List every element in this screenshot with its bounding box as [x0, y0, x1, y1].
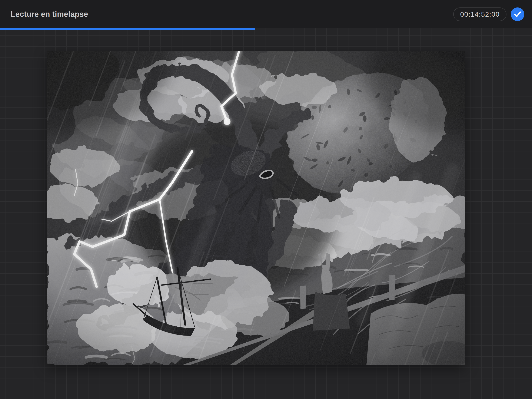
kraken-painting	[47, 51, 465, 365]
timelapse-progress-fill	[0, 28, 255, 30]
done-button[interactable]	[511, 7, 524, 21]
topbar: Lecture en timelapse 00:14:52:00	[0, 0, 532, 28]
topbar-actions: 00:14:52:00	[453, 7, 524, 21]
timelapse-artwork-canvas[interactable]	[47, 51, 465, 365]
page-title: Lecture en timelapse	[11, 10, 88, 19]
checkmark-icon	[514, 11, 521, 17]
timelapse-progress-track[interactable]	[0, 28, 532, 30]
timelapse-duration-badge: 00:14:52:00	[453, 7, 507, 21]
timelapse-duration-value: 00:14:52:00	[460, 8, 500, 21]
